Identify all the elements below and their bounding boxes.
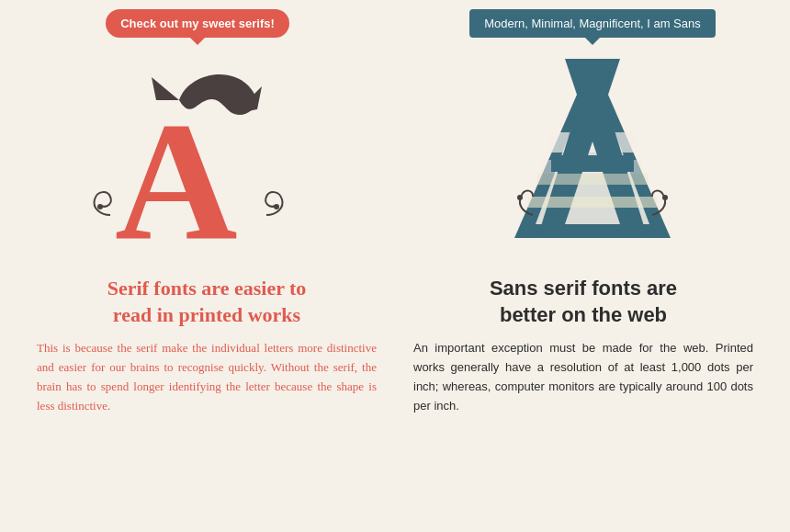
main-container: Check out my sweet serifs! A (0, 0, 790, 532)
serif-heading: Serif fonts are easier to read in printe… (37, 276, 377, 328)
sans-illustration (491, 45, 694, 247)
svg-rect-12 (528, 197, 657, 208)
illustration-section: Check out my sweet serifs! A (0, 0, 790, 266)
serif-illustration: A (87, 45, 308, 247)
svg-rect-13 (537, 174, 648, 185)
sans-bubble: Modern, Minimal, Magnificent, I am Sans (469, 9, 716, 38)
serif-text-panel: Serif fonts are easier to read in printe… (37, 276, 386, 415)
svg-point-15 (662, 195, 668, 200)
serif-a-svg: A (87, 45, 308, 247)
svg-point-1 (97, 204, 103, 209)
text-section: Serif fonts are easier to read in printe… (0, 266, 790, 434)
svg-point-14 (517, 195, 523, 200)
sans-heading: Sans serif fonts are better on the web (413, 276, 753, 328)
sans-body: An important exception must be made for … (413, 339, 753, 415)
serif-bubble: Check out my sweet serifs! (106, 9, 289, 38)
sans-text-panel: Sans serif fonts are better on the web A… (404, 276, 753, 415)
sans-panel: Modern, Minimal, Magnificent, I am Sans (395, 9, 790, 247)
svg-text:A: A (115, 86, 238, 247)
svg-point-2 (274, 204, 279, 209)
serif-body: This is because the serif make the indiv… (37, 339, 377, 415)
sans-a-svg (491, 45, 694, 247)
svg-rect-11 (551, 155, 634, 172)
serif-panel: Check out my sweet serifs! A (0, 9, 395, 247)
